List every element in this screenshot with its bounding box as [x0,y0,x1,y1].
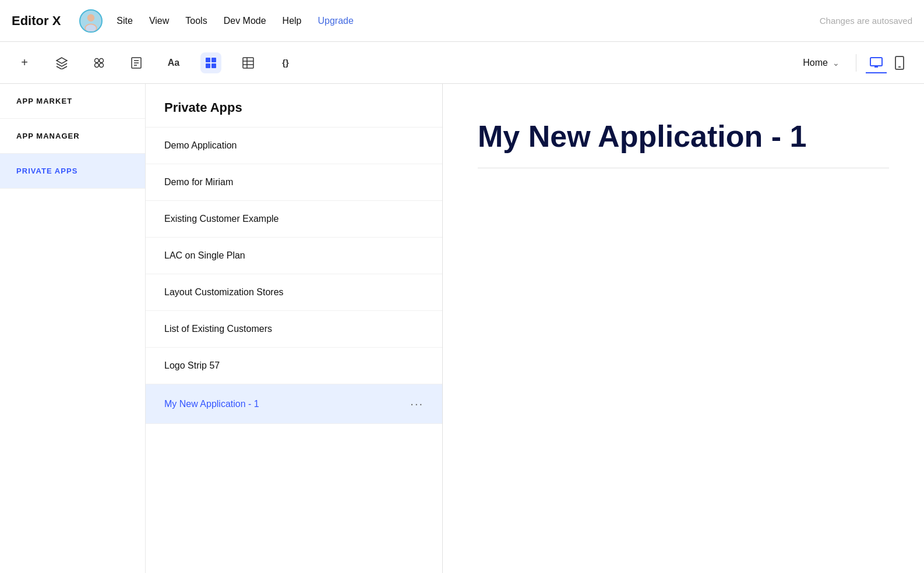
sidebar-item-app-market[interactable]: APP MARKET [0,84,145,119]
svg-rect-13 [211,58,216,62]
nav-help[interactable]: Help [283,16,302,26]
app-item-existing-customer[interactable]: Existing Customer Example [146,201,442,238]
svg-point-7 [100,63,104,67]
app-item-my-new-application[interactable]: My New Application - 1 ··· [146,384,442,424]
page-name: Home [803,58,828,68]
topbar-nav: Site View Tools Dev Mode Help Upgrade [117,16,805,26]
svg-rect-16 [243,58,253,68]
table-icon[interactable] [238,52,259,73]
app-item-list-customers[interactable]: List of Existing Customers [146,311,442,348]
svg-rect-14 [206,63,210,68]
pages-icon[interactable] [126,52,147,73]
svg-rect-20 [870,58,882,66]
toolbar: + Aa [0,42,924,84]
app-item-demo-miriam[interactable]: Demo for Miriam [146,164,442,201]
chevron-down-icon: ⌄ [833,58,840,68]
code-icon[interactable]: {} [275,52,296,73]
content-area: My New Application - 1 [443,84,924,573]
svg-point-4 [95,58,99,62]
logo: Editor X [12,13,61,29]
nav-tools[interactable]: Tools [185,16,207,26]
svg-rect-15 [211,63,216,68]
desktop-view-button[interactable] [866,52,887,73]
content-divider [478,168,889,168]
autosave-status: Changes are autosaved [820,16,912,26]
avatar[interactable] [79,9,103,33]
svg-point-5 [100,58,104,62]
content-title: My New Application - 1 [478,119,889,154]
apps-panel-header: Private Apps [146,84,442,128]
svg-point-6 [95,63,99,67]
sidebar: APP MARKET APP MANAGER PRIVATE APPS [0,84,146,573]
layers-icon[interactable] [51,52,72,73]
app-item-logo-strip[interactable]: Logo Strip 57 [146,348,442,384]
nav-site[interactable]: Site [117,16,133,26]
text-icon[interactable]: Aa [163,52,184,73]
add-icon[interactable]: + [14,52,35,73]
sidebar-item-app-manager[interactable]: APP MANAGER [0,119,145,154]
mobile-view-button[interactable] [889,52,910,73]
nav-devmode[interactable]: Dev Mode [224,16,266,26]
app-item-demo-application[interactable]: Demo Application [146,128,442,164]
main-layout: APP MARKET APP MANAGER PRIVATE APPS Priv… [0,84,924,573]
components-icon[interactable] [89,52,110,73]
svg-rect-12 [206,58,210,62]
toolbar-right: Home ⌄ [796,52,910,73]
nav-view[interactable]: View [149,16,169,26]
app-item-lac[interactable]: LAC on Single Plan [146,238,442,274]
more-options-icon[interactable]: ··· [410,397,424,411]
page-selector[interactable]: Home ⌄ [796,54,847,72]
sidebar-item-private-apps[interactable]: PRIVATE APPS [0,154,145,189]
app-item-layout-customization[interactable]: Layout Customization Stores [146,274,442,311]
svg-point-1 [87,14,95,22]
apps-panel: Private Apps Demo Application Demo for M… [146,84,443,573]
view-toggle [866,52,910,73]
topbar: Editor X Site View Tools Dev Mode Help U… [0,0,924,42]
grid-icon[interactable] [200,52,221,73]
nav-upgrade[interactable]: Upgrade [318,16,354,26]
